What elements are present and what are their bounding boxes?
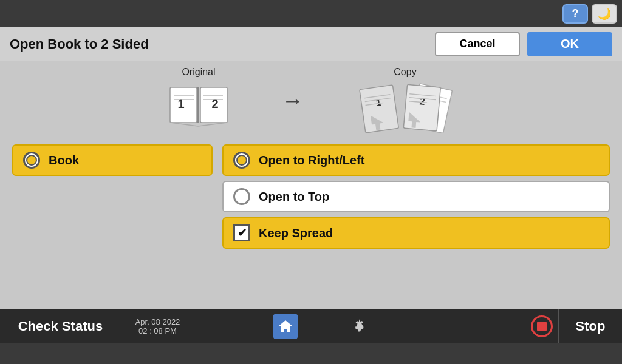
home-button[interactable] <box>273 314 298 339</box>
keep-spread-option[interactable]: Keep Spread <box>222 217 610 249</box>
copy-column: Copy 3 2 <box>314 67 496 137</box>
sleep-button[interactable]: 🌙 <box>592 4 617 24</box>
nav-icons-group <box>194 309 525 343</box>
datetime-display: Apr. 08 2022 02 : 08 PM <box>121 309 194 343</box>
original-book-icon: 1 2 <box>165 83 232 131</box>
date-label: Apr. 08 2022 <box>135 317 180 326</box>
stop-section: Stop <box>525 309 622 343</box>
open-right-left-radio <box>233 152 250 169</box>
left-option-group: Book <box>12 144 213 249</box>
time-label: 02 : 08 PM <box>138 326 177 335</box>
open-right-left-label: Open to Right/Left <box>259 153 364 167</box>
svg-text:2: 2 <box>419 96 425 107</box>
svg-marker-24 <box>278 320 293 332</box>
top-bar: ? 🌙 <box>0 0 622 27</box>
check-status-label: Check Status <box>18 318 103 334</box>
book-option[interactable]: Book <box>12 144 213 176</box>
diagram-row: Original 1 2 <box>12 67 610 137</box>
stop-inner <box>537 322 547 331</box>
book-radio-circle <box>23 152 40 169</box>
dialog-header: Open Book to 2 Sided Cancel OK <box>0 27 622 61</box>
cancel-button[interactable]: Cancel <box>435 32 520 56</box>
keep-spread-label: Keep Spread <box>259 226 333 240</box>
original-column: Original 1 2 <box>126 67 272 131</box>
stop-circle <box>531 315 553 337</box>
open-right-left-option[interactable]: Open to Right/Left <box>222 144 610 176</box>
main-content: Original 1 2 <box>0 61 622 309</box>
ok-button[interactable]: OK <box>527 32 612 56</box>
options-row: Book Open to Right/Left Open to Top Keep… <box>12 144 610 249</box>
open-top-option[interactable]: Open to Top <box>222 181 610 212</box>
settings-button[interactable] <box>347 314 372 339</box>
empty-nav-slot <box>421 314 446 339</box>
check-status-button[interactable]: Check Status <box>0 309 121 343</box>
stop-icon <box>525 309 559 343</box>
copy-label: Copy <box>394 67 416 78</box>
arrow-separator: → <box>272 67 314 113</box>
bottom-bar: Check Status Apr. 08 2022 02 : 08 PM Sto… <box>0 309 622 343</box>
dialog-title: Open Book to 2 Sided <box>10 36 428 52</box>
keep-spread-checkbox <box>233 224 250 241</box>
help-label: ? <box>572 7 579 20</box>
help-button[interactable]: ? <box>562 4 588 24</box>
open-top-label: Open to Top <box>259 190 329 204</box>
right-option-group: Open to Right/Left Open to Top Keep Spre… <box>222 144 610 249</box>
svg-rect-14 <box>403 84 440 131</box>
book-label: Book <box>49 153 79 167</box>
open-top-radio <box>233 188 250 205</box>
sleep-icon: 🌙 <box>598 7 611 21</box>
stop-button[interactable]: Stop <box>559 318 622 334</box>
arrow-icon: → <box>282 88 304 113</box>
original-label: Original <box>182 67 215 78</box>
